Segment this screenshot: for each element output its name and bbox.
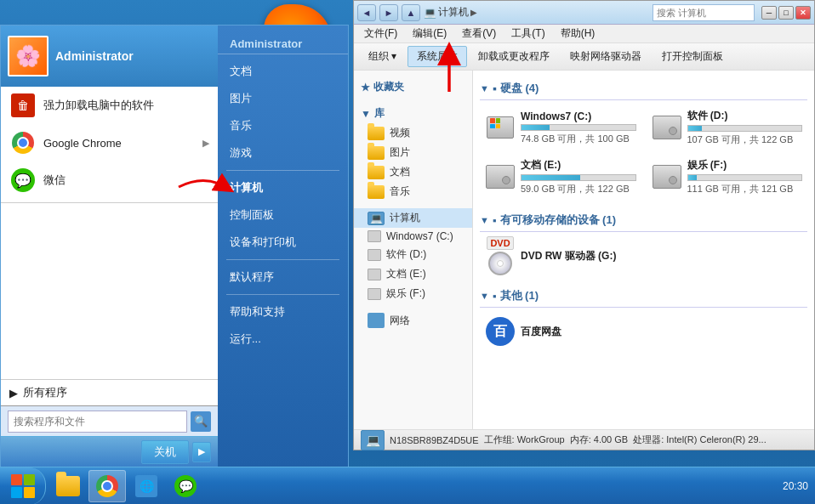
drive-f-bar-bg: [687, 174, 803, 181]
shutdown-bar: 关机 ▶: [1, 436, 218, 467]
right-item-music[interactable]: 音乐: [218, 112, 348, 139]
removable-toggle[interactable]: ▼: [480, 215, 489, 225]
forward-button[interactable]: ►: [379, 4, 398, 21]
path-display: 💻 计算机 ▶: [424, 5, 649, 20]
sidebar-item-network[interactable]: 网络: [354, 310, 472, 331]
taskbar-item-chrome[interactable]: [88, 470, 126, 502]
drive-e-info: 文档 (E:) 59.0 GB 可用，共 122 GB: [521, 158, 636, 195]
right-item-pictures[interactable]: 图片: [218, 85, 348, 112]
right-divider-3: [226, 294, 339, 295]
sidebar-network-section: 网络: [354, 307, 472, 334]
back-button[interactable]: ◄: [357, 4, 376, 21]
all-programs-button[interactable]: ▶ 所有程序: [1, 379, 218, 405]
start-menu-item-wechat[interactable]: 💬 微信: [1, 161, 218, 199]
maximize-button[interactable]: □: [778, 6, 794, 20]
admin-label: Administrator: [218, 32, 348, 54]
sidebar-item-picture[interactable]: 图片: [354, 143, 472, 162]
right-item-documents[interactable]: 文档: [218, 58, 348, 85]
explorer-main-content: ▼ ▪ 硬盘 (4): [473, 71, 814, 429]
toolbar-control-panel[interactable]: 打开控制面板: [653, 46, 732, 67]
right-item-devices[interactable]: 设备和打印机: [218, 229, 348, 256]
menu-tools[interactable]: 工具(T): [504, 25, 551, 42]
up-button[interactable]: ▲: [402, 4, 420, 21]
search-input[interactable]: [8, 411, 187, 433]
drive-f-info: 娱乐 (F:) 111 GB 可用，共 121 GB: [687, 158, 803, 195]
right-item-help[interactable]: 帮助和支持: [218, 298, 348, 326]
menu-file[interactable]: 文件(F): [357, 25, 404, 42]
sidebar-item-computer[interactable]: 💻 计算机: [354, 208, 472, 228]
hard-drives-toggle[interactable]: ▼: [480, 83, 489, 93]
toolbar-uninstall[interactable]: 卸载或更改程序: [469, 46, 559, 67]
right-divider-2: [226, 259, 339, 260]
menu-view[interactable]: 查看(V): [455, 25, 503, 42]
dvd-icon: DVD: [485, 241, 516, 271]
sidebar-library-header[interactable]: ▼ 库: [354, 104, 472, 123]
taskbar-time: 20:30: [783, 480, 808, 492]
drive-d-item[interactable]: 软件 (D:) 107 GB 可用，共 122 GB: [647, 105, 808, 150]
taskbar-item-wechat[interactable]: 💬: [167, 470, 204, 502]
explorer-menubar: 文件(F) 编辑(E) 查看(V) 工具(T) 帮助(H): [354, 25, 814, 43]
right-item-run[interactable]: 运行...: [218, 326, 348, 353]
toolbar-system-properties[interactable]: 系统属性: [408, 46, 467, 67]
hard-drives-grid: Windows7 (C:) 74.8 GB 可用，共 100 GB: [480, 105, 807, 199]
minimize-button[interactable]: ─: [761, 6, 777, 20]
sidebar-library-section: ▼ 库 视频 图片 文档: [354, 100, 472, 205]
start-button[interactable]: [0, 467, 46, 505]
shutdown-arrow-button[interactable]: ▶: [192, 442, 211, 462]
explorer-search-input[interactable]: [653, 4, 755, 21]
drive-icon: [368, 230, 381, 242]
start-menu-item-chrome[interactable]: Google Chrome ▶: [1, 124, 218, 161]
drive-c-item[interactable]: Windows7 (C:) 74.8 GB 可用，共 100 GB: [480, 105, 641, 150]
drive-icon: [368, 288, 381, 300]
sidebar-item-music[interactable]: 音乐: [354, 182, 472, 201]
other-icon: ▪: [493, 290, 497, 303]
drive-e-item[interactable]: 文档 (E:) 59.0 GB 可用，共 122 GB: [480, 155, 641, 199]
menu-edit[interactable]: 编辑(E): [406, 25, 453, 42]
window-controls: ─ □ ✕: [761, 6, 811, 20]
uninstall-icon: 🗑: [9, 92, 37, 119]
right-item-controlpanel[interactable]: 控制面板: [218, 201, 348, 229]
sidebar-drive-d[interactable]: 软件 (D:): [354, 245, 472, 264]
taskbar-right-area: 20:30: [776, 467, 815, 504]
start-menu: 🌸 Administrator 🗑 强力卸载电脑中的软件 Googl: [0, 25, 349, 467]
drive-icon: [368, 249, 381, 261]
taskbar-item-explorer[interactable]: [49, 470, 87, 502]
library-expand-icon: ▼: [361, 108, 371, 120]
removable-icon: ▪: [493, 214, 497, 227]
sidebar-drive-c[interactable]: Windows7 (C:): [354, 228, 472, 245]
search-button[interactable]: 🔍: [191, 411, 211, 432]
taskbar: 🌐 💬 20:30: [0, 467, 815, 504]
right-item-defaults[interactable]: 默认程序: [218, 263, 348, 291]
sidebar-drive-e[interactable]: 文档 (E:): [354, 264, 472, 284]
sidebar-item-video[interactable]: 视频: [354, 123, 472, 143]
dvd-drive-item[interactable]: DVD DVD RW 驱动器 (G:): [480, 237, 641, 275]
menu-help[interactable]: 帮助(H): [554, 25, 602, 42]
close-button[interactable]: ✕: [795, 6, 811, 20]
start-menu-left-panel: 🌸 Administrator 🗑 强力卸载电脑中的软件 Googl: [1, 25, 218, 467]
user-name: Administrator: [55, 49, 134, 63]
explorer-toolbar: 组织 ▾ 系统属性 卸载或更改程序 映射网络驱动器 打开控制面板: [354, 43, 814, 71]
right-item-games[interactable]: 游戏: [218, 139, 348, 167]
folder-icon: [368, 185, 385, 199]
drive-f-item[interactable]: 娱乐 (F:) 111 GB 可用，共 121 GB: [647, 155, 808, 199]
right-item-computer[interactable]: 计算机: [218, 174, 348, 201]
start-menu-pinned-items: 🗑 强力卸载电脑中的软件 Google Chrome ▶ 💬: [1, 87, 218, 379]
baidu-item[interactable]: 百 百度网盘: [480, 313, 641, 350]
toolbar-organize[interactable]: 组织 ▾: [359, 46, 406, 67]
sidebar-favorites-header[interactable]: ★ 收藏夹: [354, 77, 472, 97]
menu-divider: [1, 202, 218, 203]
toolbar-map-drive[interactable]: 映射网络驱动器: [561, 46, 651, 67]
shutdown-button[interactable]: 关机: [141, 440, 189, 464]
start-menu-item-uninstall[interactable]: 🗑 强力卸载电脑中的软件: [1, 87, 218, 124]
other-toggle[interactable]: ▼: [480, 291, 489, 301]
computer-icon: 💻: [368, 212, 385, 225]
baidu-info: 百度网盘: [521, 325, 636, 339]
taskbar-item-network[interactable]: 🌐: [128, 470, 165, 502]
drive-c-info: Windows7 (C:) 74.8 GB 可用，共 100 GB: [521, 110, 636, 145]
chrome-icon: [9, 129, 37, 156]
sidebar-drive-f[interactable]: 娱乐 (F:): [354, 284, 472, 303]
drive-d-bar-bg: [687, 125, 803, 132]
drive-c-icon: [485, 112, 516, 143]
sidebar-item-docs[interactable]: 文档: [354, 162, 472, 182]
taskbar-folder-icon: [56, 476, 80, 496]
